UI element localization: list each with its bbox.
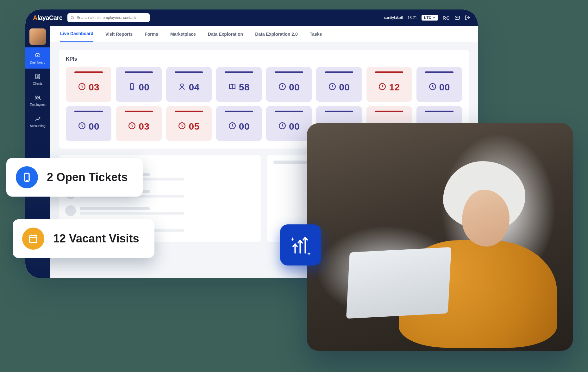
kpi-accent-bar [275, 111, 303, 112]
kpi-value: 12 [389, 82, 400, 93]
kpi-card[interactable]: 03 [66, 67, 111, 102]
kpi-value: 00 [239, 121, 250, 132]
kpi-accent-bar [375, 111, 403, 112]
clock-icon [178, 122, 186, 131]
clock-icon [278, 82, 286, 92]
kpi-value: 58 [239, 82, 250, 93]
kpi-card[interactable]: 00 [416, 67, 462, 102]
clock-icon [78, 82, 86, 92]
kpi-accent-bar [74, 111, 103, 112]
kpi-accent-bar [125, 111, 153, 112]
kpi-accent-bar [225, 111, 253, 112]
search-icon [71, 16, 75, 20]
kpi-value: 00 [289, 121, 300, 132]
callout-open-tickets-text: 2 Open Tickets [47, 171, 128, 184]
org-name: sanitylake6 [384, 15, 403, 20]
kpi-accent-bar [325, 71, 353, 73]
search-input[interactable] [77, 15, 147, 20]
kpi-card[interactable]: 04 [166, 67, 212, 102]
sidebar-label: Accounting [30, 124, 45, 128]
kpi-section-title: KPIs [66, 56, 462, 62]
phone-icon [128, 82, 136, 92]
kpi-value: 03 [89, 82, 99, 93]
header-right: sanitylake6 13:21 UTC RC [384, 15, 470, 21]
book-icon [228, 82, 236, 92]
hero-photo [307, 123, 573, 351]
kpi-card[interactable]: 03 [116, 106, 161, 141]
chevron-down-icon [432, 16, 435, 19]
callout-vacant-visits-text: 12 Vacant Visits [53, 232, 139, 245]
kpi-value: 00 [139, 82, 149, 93]
kpi-card[interactable]: 00 [116, 67, 161, 102]
calendar-icon [22, 228, 44, 250]
tab-data-exploration[interactable]: Data Exploration [208, 26, 243, 42]
phone-icon [16, 166, 38, 188]
clock-icon [78, 122, 86, 131]
tab-bar: Live DashboardVisit ReportsFormsMarketpl… [50, 26, 478, 42]
kpi-card[interactable]: 00 [316, 67, 362, 102]
kpi-value: 00 [289, 82, 300, 93]
tab-tasks[interactable]: Tasks [310, 26, 322, 42]
tab-live-dashboard[interactable]: Live Dashboard [60, 26, 93, 42]
kpi-value: 00 [89, 121, 99, 132]
svg-point-11 [181, 84, 184, 87]
timezone-select[interactable]: UTC [422, 15, 438, 21]
sidebar-label: Clients [33, 82, 43, 85]
user-avatar[interactable] [25, 26, 50, 47]
kpi-card[interactable]: 00 [66, 106, 111, 141]
svg-point-0 [71, 16, 74, 19]
clock-icon [378, 82, 386, 92]
kpi-card[interactable]: 00 [266, 106, 312, 141]
clock-icon [428, 82, 437, 92]
kpi-card[interactable]: 58 [216, 67, 262, 102]
kpi-accent-bar [175, 111, 203, 112]
kpi-value: 05 [189, 121, 199, 132]
search-box[interactable] [67, 13, 150, 22]
svg-point-6 [36, 96, 38, 98]
kpi-accent-bar [175, 71, 203, 73]
user-initials[interactable]: RC [442, 15, 450, 21]
tab-visit-reports[interactable]: Visit Reports [105, 26, 133, 42]
kpi-accent-bar [125, 71, 153, 73]
kpi-value: 00 [439, 82, 450, 93]
sidebar-item-clients[interactable]: Clients [25, 69, 50, 90]
svg-line-1 [73, 18, 74, 19]
kpi-card[interactable]: 05 [166, 106, 212, 141]
top-bar: AAlayaCarelayaCare sanitylake6 13:21 UTC… [25, 9, 478, 26]
tab-forms[interactable]: Forms [145, 26, 158, 42]
kpi-accent-bar [74, 71, 103, 73]
kpi-card[interactable]: 00 [216, 106, 262, 141]
svg-point-3 [37, 55, 38, 56]
svg-rect-24 [30, 235, 37, 243]
callout-vacant-visits: 12 Vacant Visits [13, 219, 154, 258]
sidebar-item-dashboard[interactable]: Dashboard [25, 47, 50, 69]
brand-logo: AAlayaCarelayaCare [33, 14, 62, 21]
svg-point-5 [37, 75, 39, 77]
mail-icon[interactable] [454, 15, 460, 21]
clock-icon [278, 122, 286, 131]
insights-badge [280, 224, 321, 265]
clock-time: 13:21 [408, 15, 417, 20]
clock-icon [228, 122, 236, 131]
kpi-value: 04 [189, 82, 199, 93]
clock-icon [328, 82, 336, 92]
svg-point-7 [38, 96, 40, 98]
tab-data-exploration-2-0[interactable]: Data Exploration 2.0 [255, 26, 298, 42]
kpi-accent-bar [425, 111, 453, 112]
kpi-accent-bar [325, 111, 353, 112]
sidebar-label: Dashboard [30, 61, 46, 64]
kpi-value: 00 [339, 82, 350, 93]
clock-icon [128, 122, 136, 131]
kpi-accent-bar [225, 71, 253, 73]
logout-icon[interactable] [465, 15, 470, 21]
sidebar-item-accounting[interactable]: Accounting [25, 111, 50, 132]
tab-marketplace[interactable]: Marketplace [170, 26, 196, 42]
person-icon [178, 82, 186, 92]
kpi-accent-bar [275, 71, 303, 73]
arrows-up-icon [288, 232, 313, 258]
sidebar-item-employees[interactable]: Employees [25, 90, 50, 111]
sidebar-label: Employees [30, 103, 45, 107]
kpi-card[interactable]: 12 [366, 67, 412, 102]
kpi-value: 03 [139, 121, 149, 132]
kpi-card[interactable]: 00 [266, 67, 312, 102]
